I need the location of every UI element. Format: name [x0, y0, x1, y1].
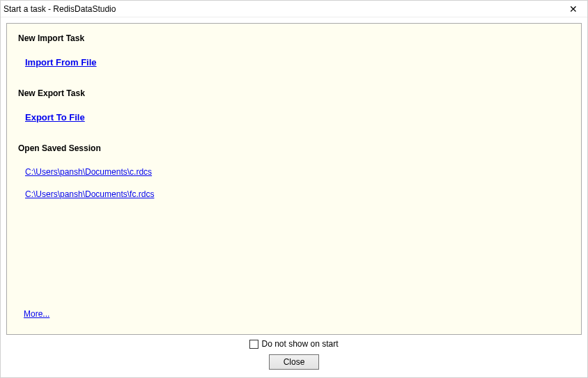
more-link[interactable]: More...	[24, 309, 49, 319]
export-section-header: New Export Task	[18, 88, 570, 98]
dialog-footer: Do not show on start Close	[1, 339, 587, 370]
content-panel: New Import Task Import From File New Exp…	[6, 23, 582, 335]
session-link[interactable]: C:\Users\pansh\Documents\fc.rdcs	[25, 189, 570, 199]
dont-show-checkbox-row[interactable]: Do not show on start	[249, 339, 338, 349]
saved-session-header: Open Saved Session	[18, 143, 570, 153]
window-title: Start a task - RedisDataStudio	[3, 4, 116, 14]
dont-show-checkbox[interactable]	[249, 340, 258, 349]
dont-show-label[interactable]: Do not show on start	[261, 339, 338, 349]
import-from-file-link[interactable]: Import From File	[25, 57, 97, 68]
export-to-file-link[interactable]: Export To File	[25, 112, 85, 123]
title-bar: Start a task - RedisDataStudio ✕	[1, 1, 587, 17]
close-icon[interactable]: ✕	[562, 3, 585, 15]
close-button[interactable]: Close	[269, 354, 319, 370]
session-link[interactable]: C:\Users\pansh\Documents\c.rdcs	[25, 167, 570, 177]
import-section-header: New Import Task	[18, 33, 570, 43]
